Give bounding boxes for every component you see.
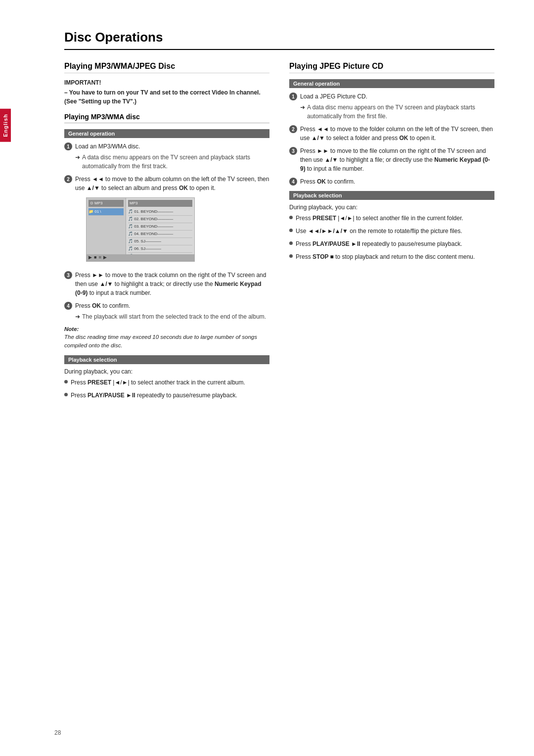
screenshot-right-header: MP3 bbox=[128, 200, 192, 207]
right-step-1-content: Load a JPEG Picture CD. ➜ A data disc me… bbox=[300, 92, 494, 121]
step-1-arrow: ➜ A data disc menu appears on the TV scr… bbox=[75, 153, 269, 171]
step-3-content: Press ►► to move to the track column on … bbox=[75, 271, 269, 297]
step-number-4: 4 bbox=[64, 302, 72, 310]
step-2-content: Press ◄◄ to move to the album column on … bbox=[75, 175, 269, 267]
note-block: Note: The disc reading time may exceed 1… bbox=[64, 326, 269, 350]
general-operation-bar-right: General operation bbox=[289, 79, 494, 88]
left-step-1: 1 Load an MP3/WMA disc. ➜ A data disc me… bbox=[64, 142, 269, 171]
right-bullet-3-text: Press PLAY/PAUSE ►II repeatedly to pause… bbox=[296, 239, 462, 248]
right-bullet-2-text: Use ◄◄/►►/▲/▼ on the remote to rotate/fl… bbox=[296, 227, 462, 236]
right-step-2-content: Press ◄◄ to move to the folder column on… bbox=[300, 125, 494, 142]
right-step-number-2: 2 bbox=[289, 125, 297, 133]
step-4-arrow-text: The playback will start from the selecte… bbox=[82, 312, 266, 321]
step-number-1: 1 bbox=[64, 142, 72, 150]
track-row-3: 🎵 03. BEYOND———— bbox=[128, 223, 192, 231]
folder-row-selected: 📁 01 \ bbox=[89, 208, 124, 216]
right-step-3-text: Press ►► to move to the file column on t… bbox=[300, 147, 490, 172]
right-step-2-text: Press ◄◄ to move to the folder column on… bbox=[300, 126, 493, 142]
left-bullet-2: Press PLAY/PAUSE ►II repeatedly to pause… bbox=[64, 391, 269, 400]
screenshot-footer: ▶ ■ ≡ ▶ bbox=[87, 254, 194, 261]
right-column: Playing JPEG Picture CD General operatio… bbox=[289, 62, 494, 404]
right-bullet-4: Press STOP ■ to stop playback and return… bbox=[289, 252, 494, 261]
right-step-number-1: 1 bbox=[289, 93, 297, 100]
right-bullet-2: Use ◄◄/►►/▲/▼ on the remote to rotate/fl… bbox=[289, 227, 494, 236]
right-step-3-content: Press ►► to move to the file column on t… bbox=[300, 146, 494, 173]
left-step-4: 4 Press OK to confirm. ➜ The playback wi… bbox=[64, 301, 269, 321]
step-number-2: 2 bbox=[64, 175, 72, 183]
arrow-symbol-2: ➜ bbox=[75, 312, 80, 321]
arrow-symbol-r1: ➜ bbox=[300, 103, 305, 121]
right-section-title: Playing JPEG Picture CD bbox=[289, 62, 494, 73]
right-step-2: 2 Press ◄◄ to move to the folder column … bbox=[289, 125, 494, 142]
right-step-3: 3 Press ►► to move to the file column on… bbox=[289, 146, 494, 173]
left-bullet-list: Press PRESET |◄/►| to select another tra… bbox=[64, 378, 269, 400]
step-number-3: 3 bbox=[64, 271, 72, 279]
track-row-1: 🎵 01. BEYOND———— bbox=[128, 208, 192, 216]
language-tab: English bbox=[0, 109, 11, 142]
playback-selection-bar-right: Playback selection bbox=[289, 191, 494, 200]
track-row-5: 🎵 05. SJ———— bbox=[128, 238, 192, 245]
screenshot-right-panel: MP3 🎵 01. BEYOND———— 🎵 02. BEYOND———— 🎵 … bbox=[126, 198, 194, 261]
play-icon: ▶ bbox=[89, 254, 92, 261]
bullet-dot-2 bbox=[64, 393, 68, 396]
step-4-content: Press OK to confirm. ➜ The playback will… bbox=[75, 301, 269, 321]
screenshot-left-panel: ⊙ MP3 📁 01 \ bbox=[87, 198, 126, 261]
left-column: Playing MP3/WMA/JPEG Disc IMPORTANT! – Y… bbox=[64, 62, 269, 404]
right-icon: ▶ bbox=[103, 254, 107, 261]
important-block: IMPORTANT! – You have to turn on your TV… bbox=[64, 79, 269, 106]
two-column-layout: Playing MP3/WMA/JPEG Disc IMPORTANT! – Y… bbox=[64, 62, 494, 404]
right-step-number-4: 4 bbox=[289, 178, 297, 186]
left-bullet-1: Press PRESET |◄/►| to select another tra… bbox=[64, 378, 269, 387]
step-4-text: Press OK to confirm. bbox=[75, 302, 130, 309]
right-bullet-dot-1 bbox=[289, 216, 293, 219]
right-bullet-4-text: Press STOP ■ to stop playback and return… bbox=[296, 252, 475, 261]
right-step-1: 1 Load a JPEG Picture CD. ➜ A data disc … bbox=[289, 92, 494, 121]
page-container: English Disc Operations Playing MP3/WMA/… bbox=[0, 0, 534, 756]
step-1-content: Load an MP3/WMA disc. ➜ A data disc menu… bbox=[75, 142, 269, 171]
left-bullet-1-text: Press PRESET |◄/►| to select another tra… bbox=[71, 378, 245, 387]
right-step-4: 4 Press OK to confirm. bbox=[289, 177, 494, 186]
track-row-4: 🎵 04. BEYOND———— bbox=[128, 231, 192, 238]
right-bullet-dot-4 bbox=[289, 254, 293, 258]
right-bullet-dot-2 bbox=[289, 229, 293, 232]
disc-screenshot: ⊙ MP3 📁 01 \ MP3 🎵 01. BEYOND———— 🎵 02. … bbox=[86, 197, 195, 262]
disc-icon: ⊙ bbox=[90, 200, 93, 206]
page-number: 28 bbox=[54, 729, 61, 736]
important-label: IMPORTANT! bbox=[64, 79, 269, 86]
left-steps-list: 1 Load an MP3/WMA disc. ➜ A data disc me… bbox=[64, 142, 269, 321]
note-text: The disc reading time may exceed 10 seco… bbox=[64, 333, 269, 350]
track-row-2: 🎵 02. BEYOND———— bbox=[128, 216, 192, 223]
right-step-1-arrow: ➜ A data disc menu appears on the TV scr… bbox=[300, 103, 494, 121]
general-operation-bar-left: General operation bbox=[64, 129, 269, 138]
track-row-6: 🎵 06. SJ———— bbox=[128, 245, 192, 253]
screenshot-inner: ⊙ MP3 📁 01 \ MP3 🎵 01. BEYOND———— 🎵 02. … bbox=[87, 198, 194, 261]
step-3-text: Press ►► to move to the track column on … bbox=[75, 272, 266, 296]
left-step-3: 3 Press ►► to move to the track column o… bbox=[64, 271, 269, 297]
right-bullet-dot-3 bbox=[289, 241, 293, 245]
left-bullet-2-text: Press PLAY/PAUSE ►II repeatedly to pause… bbox=[71, 391, 237, 400]
menu-icon: ≡ bbox=[98, 254, 101, 261]
during-playback-text-right: During playback, you can: bbox=[289, 204, 494, 211]
step-2-text: Press ◄◄ to move to the album column on … bbox=[75, 176, 269, 191]
bullet-dot-1 bbox=[64, 380, 68, 383]
stop-icon: ■ bbox=[94, 254, 96, 261]
playback-selection-bar-left: Playback selection bbox=[64, 355, 269, 364]
left-step-2: 2 Press ◄◄ to move to the album column o… bbox=[64, 175, 269, 267]
right-step-4-text: Press OK to confirm. bbox=[300, 178, 355, 185]
step-1-arrow-text: A data disc menu appears on the TV scree… bbox=[82, 153, 269, 171]
screenshot-left-header: ⊙ MP3 bbox=[89, 200, 124, 207]
note-label: Note: bbox=[64, 326, 269, 332]
right-step-1-text: Load a JPEG Picture CD. bbox=[300, 93, 367, 100]
right-bullet-list: Press PRESET |◄/►| to select another fil… bbox=[289, 214, 494, 261]
right-step-1-arrow-text: A data disc menu appears on the TV scree… bbox=[307, 103, 494, 121]
important-text: – You have to turn on your TV and set to… bbox=[64, 88, 269, 106]
during-playback-text-left: During playback, you can: bbox=[64, 368, 269, 375]
step-1-text: Load an MP3/WMA disc. bbox=[75, 143, 140, 150]
left-section-title: Playing MP3/WMA/JPEG Disc bbox=[64, 62, 269, 73]
right-steps-list: 1 Load a JPEG Picture CD. ➜ A data disc … bbox=[289, 92, 494, 186]
right-step-number-3: 3 bbox=[289, 147, 297, 155]
page-title: Disc Operations bbox=[64, 30, 494, 50]
right-bullet-3: Press PLAY/PAUSE ►II repeatedly to pause… bbox=[289, 239, 494, 248]
right-bullet-1: Press PRESET |◄/►| to select another fil… bbox=[289, 214, 494, 223]
step-4-arrow: ➜ The playback will start from the selec… bbox=[75, 312, 269, 321]
